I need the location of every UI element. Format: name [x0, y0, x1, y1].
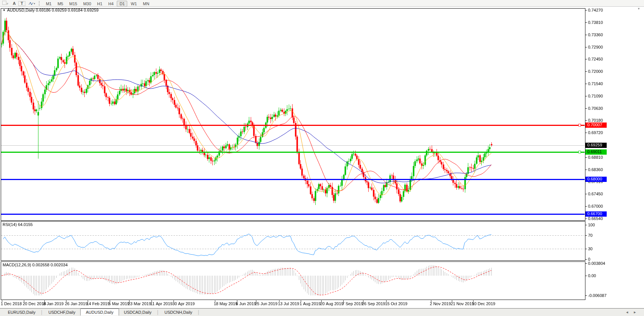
- timeframe-button-m5[interactable]: M5: [55, 1, 66, 7]
- mt4-window: FAT↗↙▾ M1M5M15M30H1H4D1W1MN ▼AUDUSD,Dail…: [0, 0, 644, 316]
- macd-name: MACD(12,26,9): [3, 263, 31, 267]
- toolbar-grip[interactable]: [39, 1, 41, 6]
- text-box-icon-glyph: T: [21, 1, 23, 6]
- chart-tab-eurusd[interactable]: EURUSD,Daily: [3, 309, 40, 315]
- timeframe-button-w1[interactable]: W1: [128, 1, 140, 7]
- macd-indicator-label: MACD(12,26,9) 0.002658 0.002034: [3, 263, 68, 267]
- tab-scroll-left-icon[interactable]: ◄: [625, 310, 633, 314]
- grid-sub-label: F: [7, 3, 8, 5]
- tab-separator: │: [156, 310, 160, 315]
- rsi-name: RSI(14): [3, 222, 17, 227]
- tab-separator: │: [197, 310, 200, 315]
- text-label-icon[interactable]: A: [11, 0, 18, 6]
- chart-tab-usdcad[interactable]: USDCAD,Daily: [119, 309, 156, 315]
- cursor-arrows-icon[interactable]: ↗↙▾: [26, 1, 37, 7]
- grid-glyph: [2, 1, 6, 5]
- chart-title: ▼AUDUSD,Daily 0.69186 0.69259 0.69184 0.…: [3, 8, 99, 12]
- text-label-icon-glyph: A: [13, 1, 16, 6]
- dropdown-caret-icon: ▾: [34, 2, 35, 5]
- tab-bar: EURUSD,Daily│USDCHF,DailyAUDUSD,DailyUSD…: [0, 308, 644, 316]
- timeframe-button-m15[interactable]: M15: [66, 1, 79, 7]
- price-chart-canvas[interactable]: [0, 7, 644, 309]
- timeframe-button-m1[interactable]: M1: [43, 1, 54, 7]
- axis-menu-icon[interactable]: ▼: [637, 7, 640, 10]
- timeframe-button-m30[interactable]: M30: [81, 1, 94, 7]
- timeframe-button-d1[interactable]: D1: [117, 1, 127, 7]
- chart-symbol-label: AUDUSD,Daily: [7, 8, 35, 12]
- macd-value: 0.002658 0.002034: [32, 263, 68, 267]
- toolbar-icons: FAT↗↙▾: [0, 0, 37, 7]
- cursor-arrows-icon-glyph: ↗↙: [28, 1, 32, 6]
- timeframe-button-h1[interactable]: H1: [94, 1, 105, 7]
- rsi-value: 64.0155: [18, 222, 33, 227]
- chart-tabs: EURUSD,Daily│USDCHF,DailyAUDUSD,DailyUSD…: [3, 310, 200, 315]
- chart-grid-icon[interactable]: F: [0, 0, 10, 6]
- toolbar: FAT↗↙▾ M1M5M15M30H1H4D1W1MN: [0, 0, 644, 7]
- symbol-dropdown-icon[interactable]: ▼: [3, 9, 6, 12]
- chart-tab-usdchf[interactable]: USDCHF,Daily: [44, 309, 80, 315]
- timeframe-buttons: M1M5M15M30H1H4D1W1MN: [43, 0, 152, 7]
- tab-scroll-right-icon[interactable]: ►: [633, 310, 641, 314]
- chart-tab-audusd[interactable]: AUDUSD,Daily: [80, 309, 119, 316]
- chart-ohlc-values: 0.69186 0.69259 0.69184 0.69259: [36, 8, 99, 12]
- chart-tab-usdcnh[interactable]: USDCNH,Daily: [160, 309, 197, 315]
- text-box-icon[interactable]: T: [18, 1, 25, 6]
- rsi-indicator-label: RSI(14) 64.0155: [3, 222, 33, 227]
- tab-separator: │: [40, 310, 44, 315]
- timeframe-button-mn[interactable]: MN: [140, 1, 152, 7]
- timeframe-button-h4[interactable]: H4: [106, 1, 116, 7]
